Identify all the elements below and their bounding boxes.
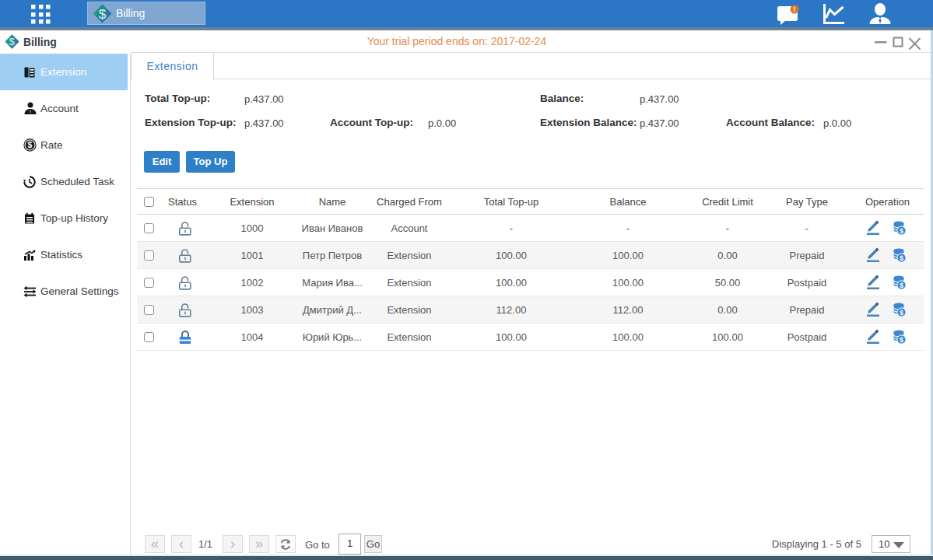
svg-text:$: $ bbox=[28, 140, 33, 149]
svg-text:$: $ bbox=[900, 227, 903, 235]
svg-text:$: $ bbox=[900, 336, 903, 344]
svg-text:$: $ bbox=[99, 5, 107, 21]
svg-text:!: ! bbox=[794, 5, 796, 13]
svg-text:$: $ bbox=[900, 282, 903, 289]
svg-text:$: $ bbox=[900, 254, 903, 262]
svg-text:$: $ bbox=[900, 309, 903, 317]
